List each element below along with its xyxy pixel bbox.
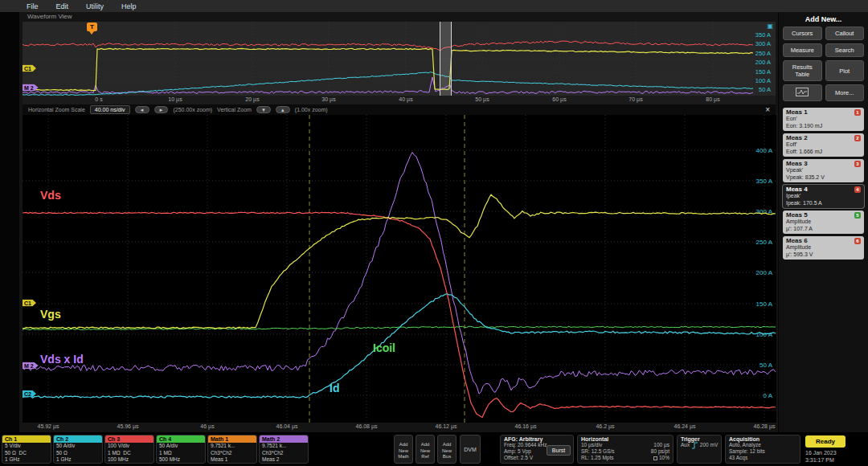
menu-help[interactable]: Help: [113, 2, 145, 10]
badge-line: 5 V/div: [2, 443, 51, 450]
meas-value: Ipeak': [786, 193, 861, 200]
v-zoom-up-button[interactable]: ▲: [276, 106, 290, 113]
h-zoom-right-button[interactable]: ►: [154, 106, 169, 113]
cursors-button[interactable]: Cursors: [783, 27, 822, 40]
vgs-trace[interactable]: [23, 48, 753, 90]
overview-time-label: 70 µs: [628, 96, 642, 102]
h-position: 10%: [659, 455, 669, 460]
acquisition-panel[interactable]: Acquisition Auto, Analyze Sample: 12 bit…: [725, 435, 800, 464]
close-zoom-icon[interactable]: ×: [765, 105, 770, 114]
zoom-scale-bar: Horizontal Zoom Scale 40.00 ns/div ◄ ► (…: [23, 104, 776, 115]
trace-label-vds: Vds: [40, 189, 61, 202]
meas-badge-5[interactable]: Meas 55Amplitudeµ': 107.7 A: [783, 211, 864, 234]
meas-source-chip: 1: [854, 109, 861, 116]
meas-badge-2[interactable]: Meas 22Eoff'Eoff: 1.666 mJ: [783, 133, 864, 157]
meas-title: Meas 1: [786, 108, 808, 116]
meas-value: µ': 595.3 V: [786, 251, 861, 259]
menu-file[interactable]: File: [18, 2, 47, 10]
overview-tools-icon[interactable]: ▣: [767, 22, 773, 30]
results-table-button[interactable]: Results Table: [783, 60, 822, 81]
overview-amp-label: 250 A: [755, 50, 771, 57]
meas-source-chip: 5: [854, 212, 861, 219]
trigger-panel[interactable]: Trigger Aux 200 mV: [677, 435, 722, 464]
menu-utility[interactable]: Utility: [77, 2, 113, 10]
m2-power-trace[interactable]: [23, 77, 753, 93]
overview-time-label: 10 µs: [168, 96, 182, 102]
trigger-marker[interactable]: T: [87, 22, 97, 31]
vertical-zoom-title: Vertical Zoom: [217, 107, 252, 112]
add-new-ref-button[interactable]: AddNewRef: [416, 435, 435, 464]
meas-badge-1[interactable]: Meas 11Eon'Eon: 3.190 mJ: [783, 108, 864, 131]
horizontal-title: Horizontal: [581, 436, 669, 442]
amp-label: 200 A: [756, 269, 773, 276]
meas-source-chip: 3: [854, 161, 861, 167]
add-screen-button[interactable]: [783, 84, 822, 101]
waveform-overview[interactable]: 350 A300 A250 A200 A150 A100 A50 A T ▣ C…: [23, 22, 776, 96]
h-samplerate: SR: 12.5 GS/s: [581, 448, 615, 455]
afg-offset: Offset: 2.5 V: [504, 455, 549, 461]
rising-edge-icon: [691, 442, 698, 449]
meas-title: Meas 5: [786, 211, 808, 219]
time-label: 3:31:17 PM: [805, 457, 837, 464]
afg-panel[interactable]: AFG: Arbitrary Freq: 20.9644 kHz Amp: 5 …: [500, 435, 574, 464]
h-zoom-factor: (250.00x zoom): [173, 107, 212, 112]
main-time-label: 46.24 µs: [674, 423, 696, 429]
vgs-trace[interactable]: [23, 194, 776, 329]
main-time-label: 46.12 µs: [436, 423, 457, 429]
main-time-axis: 45.92 µs45.96 µs46 µs46.04 µs46.08 µs46.…: [23, 423, 776, 432]
waveform-window: Waveform View 350 A300 A250 A200 A150 A1…: [19, 12, 778, 432]
badge-line: Ch3*Ch2: [260, 450, 308, 457]
dvm-button[interactable]: DVM: [460, 435, 481, 464]
badge-ch-4[interactable]: Ch 450 A/div1 MΩ500 MHz: [156, 435, 206, 464]
badge-header: Math 2: [260, 435, 308, 443]
trigger-title: Trigger: [681, 436, 718, 442]
callout-button[interactable]: Callout: [825, 27, 865, 40]
burst-button[interactable]: Burst: [547, 445, 571, 456]
badge-ch-1[interactable]: Ch 15 V/div50 Ω DC1 GHz: [2, 435, 51, 464]
id-trace[interactable]: [23, 294, 776, 399]
main-plot[interactable]: 400 A350 A300 A250 A200 A150 A100 A50 A0…: [23, 115, 776, 423]
add-new-math-button[interactable]: AddNewMath: [394, 435, 413, 464]
meas-badge-6[interactable]: Meas 66Amplitudeµ': 595.3 V: [783, 236, 864, 260]
afg-title: AFG: Arbitrary: [504, 436, 570, 442]
badge-math-1[interactable]: Math 19.7521 k...Ch3*Ch2Meas 1: [207, 435, 257, 464]
meas-value: Amplitude: [786, 244, 861, 251]
badge-ch-2[interactable]: Ch 250 A/div50 Ω1 GHz: [53, 435, 103, 464]
meas-badge-3[interactable]: Meas 33Vpeak'Vpeak: 835.2 V: [783, 159, 864, 182]
overview-time-axis: 0 s10 µs20 µs30 µs40 µs50 µs60 µs70 µs80…: [23, 96, 776, 104]
amp-label: 50 A: [760, 362, 773, 369]
badge-ch-3[interactable]: Ch 3100 V/div1 MΩ DC100 MHz: [104, 435, 154, 464]
overview-time-label: 50 µs: [475, 96, 489, 102]
h-resolution: 80 ps/pt: [651, 448, 669, 455]
main-time-label: 46.28 µs: [754, 423, 776, 429]
v-zoom-down-button[interactable]: ▼: [256, 106, 271, 113]
meas-badge-4[interactable]: Meas 44Ipeak'Ipeak: 170.5 A: [783, 185, 864, 208]
meas-title: Meas 6: [786, 237, 808, 244]
main-time-label: 46.08 µs: [356, 423, 378, 429]
zoom-scale-input[interactable]: 40.00 ns/div: [90, 105, 130, 114]
more-button[interactable]: More...: [825, 84, 865, 101]
measure-button[interactable]: Measure: [783, 43, 822, 57]
h-zoom-left-button[interactable]: ◄: [135, 106, 149, 113]
badge-line: 50 Ω: [54, 450, 102, 457]
main-waveform-view[interactable]: 400 A350 A300 A250 A200 A150 A100 A50 A0…: [23, 115, 776, 423]
badge-math-2[interactable]: Math 29.7521 k...Ch3*Ch2Meas 2: [259, 435, 309, 464]
vds-x-id-trace[interactable]: [23, 153, 776, 394]
trace-label-id: Id: [330, 382, 339, 394]
trigger-level: 200 mV: [700, 442, 718, 448]
acquisition-count: 43 Acqs: [729, 455, 796, 461]
overview-time-label: 30 µs: [321, 96, 335, 102]
overview-plot[interactable]: 350 A300 A250 A200 A150 A100 A50 A: [23, 22, 776, 96]
search-button[interactable]: Search: [825, 43, 865, 57]
badge-line: 1 GHz: [54, 456, 102, 464]
zoom-window-indicator[interactable]: [440, 22, 452, 96]
main-time-label: 46.16 µs: [515, 423, 537, 429]
overview-amp-label: 200 A: [755, 59, 771, 66]
plot-button[interactable]: Plot: [825, 60, 865, 81]
badge-line: 9.7521 k...: [208, 443, 256, 450]
add-new-bus-button[interactable]: AddNewBus: [437, 435, 457, 464]
bottom-bar: DVM AFG: Arbitrary Freq: 20.9644 kHz Amp…: [0, 432, 868, 466]
vds-trace[interactable]: [23, 212, 776, 417]
menu-edit[interactable]: Edit: [47, 2, 78, 10]
horizontal-panel[interactable]: Horizontal 10 µs/div100 µs SR: 12.5 GS/s…: [577, 435, 674, 464]
